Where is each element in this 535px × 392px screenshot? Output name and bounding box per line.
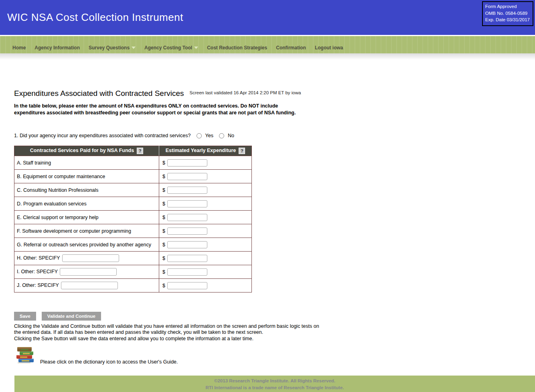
row-label: A. Staff training: [17, 160, 51, 166]
dictionary-books-icon[interactable]: [15, 346, 35, 366]
expenditure-input[interactable]: [167, 159, 207, 167]
currency-symbol: $: [162, 256, 165, 261]
table-row: C. Consulting Nutrition Professionals $: [14, 183, 252, 197]
app-header: WIC NSA Cost Collection Instrument Form …: [0, 0, 535, 35]
currency-symbol: $: [162, 283, 165, 288]
expenditure-input[interactable]: [167, 227, 207, 235]
app-footer: ©2013 Research Triangle Institute. All R…: [14, 376, 535, 392]
nav-shadow: [0, 53, 535, 60]
save-button[interactable]: Save: [14, 312, 36, 321]
nav-item-label: Confirmation: [276, 45, 306, 51]
table-row: A. Staff training $: [14, 156, 252, 170]
nav-item-label: Cost Reduction Strategies: [207, 45, 267, 51]
col-header-expenditure-label: Estimated Yearly Expenditure: [166, 148, 236, 153]
expenditure-input[interactable]: [167, 200, 207, 207]
currency-symbol: $: [162, 215, 165, 220]
app-title: WIC NSA Cost Collection Instrument: [0, 0, 535, 24]
currency-symbol: $: [162, 242, 165, 248]
chevron-down-icon: [132, 47, 136, 49]
row-label: H. Other: SPECIFY: [17, 255, 60, 261]
expenditure-input[interactable]: [167, 255, 207, 262]
q1-no-radio[interactable]: [219, 133, 224, 138]
nav-item-label: Home: [12, 45, 26, 51]
row-label: D. Program evaluation services: [17, 201, 87, 207]
footer-tradename: RTI International is a trade name of Res…: [14, 384, 535, 391]
row-label: E. Clerical support or temporary help: [17, 215, 99, 220]
form-approved-line3: Exp. Date 03/31/2017: [485, 16, 530, 23]
currency-symbol: $: [162, 228, 165, 234]
expenditure-table: Contracted Services Paid for by NSA Fund…: [14, 146, 252, 292]
nav-item-home[interactable]: Home: [12, 45, 26, 51]
page-title: Expenditures Associated with Contracted …: [14, 89, 184, 98]
nav-item-label: Survey Questions: [89, 45, 130, 51]
row-label: I. Other: SPECIFY: [17, 269, 58, 274]
nav-item-label: Logout iowa: [315, 45, 343, 51]
currency-symbol: $: [162, 187, 165, 193]
row-label: J. Other: SPECIFY: [17, 282, 59, 288]
table-row: J. Other: SPECIFY $: [14, 279, 252, 292]
nav-item-label: Agency Costing Tool: [144, 45, 192, 51]
table-row: I. Other: SPECIFY $: [14, 265, 252, 279]
currency-symbol: $: [162, 174, 165, 179]
row-label: F. Software development or computer prog…: [17, 228, 131, 234]
other-specify-input[interactable]: [60, 268, 117, 276]
table-header-row: Contracted Services Paid for by NSA Fund…: [14, 146, 252, 156]
form-approved-line2: OMB No. 0584-0589: [485, 10, 530, 17]
expenditure-input[interactable]: [167, 268, 207, 276]
q1-no-label: No: [228, 133, 234, 138]
col-header-services-label: Contracted Services Paid for by NSA Fund…: [30, 148, 134, 153]
nav-item-logout-iowa[interactable]: Logout iowa: [315, 45, 343, 51]
expenditure-input[interactable]: [167, 282, 207, 289]
currency-symbol: $: [162, 160, 165, 166]
instructions-text: In the table below, please enter the amo…: [14, 103, 535, 116]
table-row: E. Clerical support or temporary help $: [14, 211, 252, 224]
q1-yes-label: Yes: [205, 133, 213, 138]
row-label: C. Consulting Nutrition Professionals: [17, 187, 99, 193]
nav-item-label: Agency Information: [34, 45, 80, 51]
expenditure-input[interactable]: [167, 187, 207, 194]
nav-item-survey-questions[interactable]: Survey Questions: [89, 45, 136, 51]
form-approved-line1: Form Approved: [485, 3, 530, 10]
nav-item-agency-information[interactable]: Agency Information: [34, 45, 80, 51]
nav-item-confirmation[interactable]: Confirmation: [276, 45, 306, 51]
other-specify-input[interactable]: [62, 254, 119, 262]
validate-continue-button[interactable]: Validate and Continue: [42, 312, 101, 321]
question-1: 1. Did your agency incur any expenditure…: [14, 133, 535, 138]
form-approved-box: Form Approved OMB No. 0584-0589 Exp. Dat…: [482, 1, 533, 26]
nav-item-cost-reduction-strategies[interactable]: Cost Reduction Strategies: [207, 45, 267, 51]
q1-yes-radio[interactable]: [197, 133, 202, 138]
nav-item-agency-costing-tool[interactable]: Agency Costing Tool: [144, 45, 198, 51]
help-button-services[interactable]: ?: [137, 148, 143, 154]
chevron-down-icon: [194, 47, 198, 49]
col-header-expenditure: Estimated Yearly Expenditure?: [159, 146, 252, 156]
dictionary-note: Please click on the dictionary icon to a…: [40, 359, 178, 366]
last-validated-status: Screen last validated 16 Apr 2014 2:20 P…: [190, 90, 301, 95]
main-nav: Home Agency Information Survey Questions…: [0, 36, 535, 53]
question-1-text: 1. Did your agency incur any expenditure…: [14, 133, 191, 138]
currency-symbol: $: [162, 201, 165, 207]
table-row: D. Program evaluation services $: [14, 197, 252, 211]
table-row: G. Referral or outreach services provide…: [14, 238, 252, 252]
actions-description: Clicking the Validate and Continue butto…: [14, 323, 535, 342]
expenditure-input[interactable]: [167, 214, 207, 221]
other-specify-input[interactable]: [61, 282, 118, 289]
table-row: B. Equipment or computer maintenance $: [14, 170, 252, 183]
currency-symbol: $: [162, 269, 165, 275]
row-label: G. Referral or outreach services provide…: [17, 242, 151, 248]
footer-copyright: ©2013 Research Triangle Institute. All R…: [14, 378, 535, 384]
expenditure-input[interactable]: [167, 173, 207, 180]
col-header-services: Contracted Services Paid for by NSA Fund…: [14, 146, 159, 156]
row-label: B. Equipment or computer maintenance: [17, 174, 105, 179]
expenditure-input[interactable]: [167, 241, 207, 248]
table-row: H. Other: SPECIFY $: [14, 252, 252, 265]
help-button-expenditure[interactable]: ?: [239, 148, 245, 154]
table-row: F. Software development or computer prog…: [14, 224, 252, 238]
